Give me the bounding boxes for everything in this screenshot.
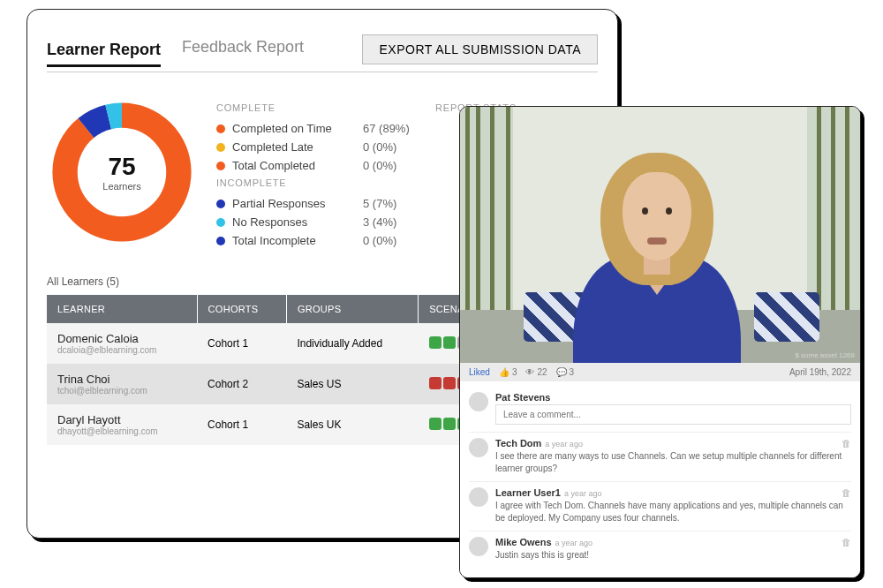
comment-icon: 💬	[556, 367, 567, 377]
new-comment-row: Pat Stevens	[469, 387, 851, 433]
export-submission-button[interactable]: EXPORT ALL SUBMISSION DATA	[362, 34, 598, 64]
incomplete-header: INCOMPLETE	[216, 177, 416, 188]
comment-text: I see there are many ways to use Channel…	[495, 450, 851, 474]
comment-author: Mike Owensa year ago	[495, 537, 851, 547]
complete-header: COMPLETE	[216, 102, 416, 113]
learner-cohort: Cohort 1	[197, 323, 286, 364]
current-user-name: Pat Stevens	[495, 392, 851, 403]
reaction-bar: Liked 👍3 👁22 💬3 April 19th, 2022	[460, 363, 860, 381]
learner-email: dcaloia@elblearning.com	[57, 345, 186, 355]
dot-late-icon	[216, 143, 225, 152]
completion-legend: COMPLETE Completed on Time67 (89%) Compl…	[216, 97, 416, 253]
comment-item: Mike Owensa year agoJustin says this is …	[469, 531, 851, 569]
comment-input[interactable]	[495, 404, 851, 425]
th-groups[interactable]: GROUPS	[286, 295, 418, 323]
dot-nores-icon	[216, 218, 225, 227]
thumb-up-icon: 👍	[499, 367, 509, 377]
avatar	[469, 537, 488, 556]
completion-square-icon	[429, 377, 442, 389]
stat-nores-value: 3 (4%)	[363, 215, 416, 229]
stat-totali-label: Total Incomplete	[232, 234, 356, 247]
comment-age: a year ago	[564, 489, 602, 498]
learner-name: Daryl Hayott	[57, 413, 186, 426]
dot-totalc-icon	[216, 162, 225, 170]
comment-age: a year ago	[545, 440, 583, 449]
dot-ontime-icon	[216, 124, 225, 133]
trash-icon[interactable]: 🗑	[841, 438, 851, 449]
comment-text: I agree with Tech Dom. Channels have man…	[495, 500, 851, 524]
comment-text: Justin says this is great!	[495, 549, 851, 562]
dot-totali-icon	[216, 237, 225, 245]
comment-age: a year ago	[555, 539, 593, 547]
avatar	[469, 438, 488, 457]
learner-group: Sales UK	[286, 404, 418, 445]
stat-totalc-value: 0 (0%)	[363, 159, 416, 172]
stat-ontime-label: Completed on Time	[232, 122, 356, 135]
presenter-image	[569, 142, 745, 363]
learner-email: dhayott@elblearning.com	[57, 426, 186, 436]
tab-feedback-report[interactable]: Feedback Report	[182, 38, 304, 62]
like-count[interactable]: 👍3	[499, 367, 517, 377]
view-count: 👁22	[525, 367, 547, 377]
completion-square-icon	[443, 336, 456, 349]
comment-item: Learner User1a year agoI agree with Tech…	[469, 482, 851, 531]
learners-donut-chart: 75 Learners	[47, 97, 197, 247]
trash-icon[interactable]: 🗑	[841, 487, 851, 498]
completion-square-icon	[429, 336, 442, 349]
avatar	[469, 487, 488, 507]
learner-email: tchoi@elblearning.com	[57, 386, 186, 396]
trash-icon[interactable]: 🗑	[841, 537, 851, 547]
video-player[interactable]: $ some asset 1268	[460, 107, 860, 363]
learner-group: Sales US	[286, 364, 418, 404]
stat-late-label: Completed Late	[232, 140, 356, 154]
learner-group: Individually Added	[286, 323, 418, 364]
donut-total: 75	[108, 153, 135, 181]
video-date: April 19th, 2022	[789, 367, 851, 377]
th-cohorts[interactable]: COHORTS	[197, 295, 286, 323]
eye-icon: 👁	[525, 367, 534, 377]
stat-totalc-label: Total Completed	[232, 159, 356, 172]
donut-label: Learners	[102, 181, 140, 192]
learner-name: Domenic Caloia	[57, 332, 186, 345]
completion-square-icon	[429, 418, 442, 430]
comment-item: Tech Doma year agoI see there are many w…	[469, 433, 851, 482]
learner-cohort: Cohort 2	[197, 364, 286, 404]
liked-toggle[interactable]: Liked	[469, 367, 490, 377]
learner-name: Trina Choi	[57, 373, 186, 386]
tab-learner-report[interactable]: Learner Report	[47, 41, 161, 67]
avatar	[469, 392, 488, 411]
th-learner[interactable]: LEARNER	[47, 295, 197, 323]
learner-cohort: Cohort 1	[197, 404, 286, 445]
stat-totali-value: 0 (0%)	[363, 234, 416, 247]
dot-partial-icon	[216, 200, 225, 208]
video-comments-panel: $ some asset 1268 Liked 👍3 👁22 💬3 April …	[459, 106, 861, 578]
comments-section: Pat Stevens Tech Doma year agoI see ther…	[460, 381, 860, 577]
completion-square-icon	[443, 377, 456, 389]
report-tabs: Learner Report Feedback Report EXPORT AL…	[47, 34, 598, 72]
completion-square-icon	[443, 418, 456, 430]
stat-nores-label: No Responses	[232, 215, 356, 229]
video-watermark: $ some asset 1268	[795, 351, 855, 359]
comment-author: Learner User1a year ago	[495, 487, 851, 498]
stat-partial-value: 5 (7%)	[363, 197, 416, 210]
stat-late-value: 0 (0%)	[363, 140, 416, 154]
comment-author: Tech Doma year ago	[495, 438, 851, 449]
stat-ontime-value: 67 (89%)	[363, 122, 416, 135]
comment-count[interactable]: 💬3	[556, 367, 575, 377]
stat-partial-label: Partial Responses	[232, 197, 356, 210]
